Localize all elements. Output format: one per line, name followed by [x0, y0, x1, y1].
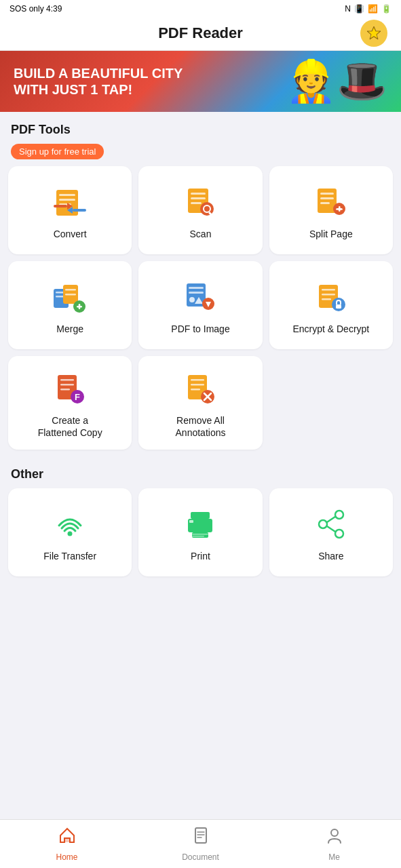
pdf-tools-title: PDF Tools — [0, 112, 401, 144]
svg-text:F: F — [75, 392, 80, 402]
merge-icon — [51, 278, 89, 316]
convert-label: Convert — [54, 228, 87, 240]
svg-rect-43 — [322, 294, 335, 296]
trial-badge[interactable]: Sign up for free trial — [11, 144, 104, 159]
print-icon — [181, 505, 219, 543]
svg-rect-19 — [320, 197, 334, 199]
share-label: Share — [318, 550, 343, 562]
pdf-to-image-tool[interactable]: PDF to Image — [138, 261, 262, 349]
svg-rect-4 — [59, 199, 75, 201]
pdf-to-image-label: PDF to Image — [171, 323, 229, 335]
svg-rect-11 — [191, 193, 206, 195]
svg-rect-63 — [192, 532, 208, 538]
svg-rect-66 — [192, 536, 204, 537]
encrypt-decrypt-label: Encrypt & Decrypt — [292, 323, 369, 335]
scroll-content: BUILD A BEAUTIFUL CITY WITH JUST 1 TAP! … — [0, 51, 401, 868]
svg-point-37 — [189, 297, 195, 302]
nav-home[interactable]: Home — [0, 826, 134, 862]
file-transfer-label: File Transfer — [43, 550, 96, 562]
svg-rect-48 — [60, 379, 74, 381]
nav-document[interactable]: Document — [134, 826, 267, 862]
remove-annotations-tool[interactable]: Remove AllAnnotations — [138, 356, 262, 450]
svg-rect-35 — [189, 287, 204, 289]
svg-rect-33 — [79, 304, 81, 309]
scan-label: Scan — [190, 228, 212, 240]
file-transfer-tool[interactable]: File Transfer — [8, 488, 132, 576]
svg-rect-3 — [59, 194, 75, 196]
me-icon — [325, 826, 344, 850]
svg-point-69 — [335, 530, 343, 538]
svg-rect-44 — [322, 298, 331, 300]
status-vibrate-icon: 📳 — [354, 4, 364, 14]
encrypt-decrypt-tool[interactable]: Encrypt & Decrypt — [269, 261, 393, 349]
nav-document-label: Document — [182, 852, 219, 862]
print-label: Print — [191, 550, 210, 562]
remove-annotations-label: Remove AllAnnotations — [176, 414, 226, 439]
svg-rect-18 — [320, 193, 334, 195]
svg-rect-42 — [322, 289, 335, 291]
pdf-to-image-icon — [181, 278, 219, 316]
other-title: Other — [0, 456, 401, 488]
flatten-tool[interactable]: F Create aFlattened Copy — [8, 356, 132, 450]
svg-rect-8 — [73, 209, 86, 212]
merge-tool[interactable]: Merge — [8, 261, 132, 349]
svg-rect-20 — [320, 202, 330, 204]
other-section: Other File Transfer — [0, 456, 401, 576]
print-tool[interactable]: Print — [138, 488, 262, 576]
status-sos: SOS only 4:39 — [9, 4, 62, 14]
nav-home-label: Home — [56, 852, 77, 862]
svg-rect-73 — [195, 828, 206, 843]
scan-tool[interactable]: Scan — [138, 166, 262, 254]
svg-point-67 — [335, 511, 343, 519]
svg-rect-50 — [60, 389, 70, 391]
file-transfer-icon — [51, 505, 89, 543]
premium-icon[interactable] — [360, 20, 387, 47]
merge-label: Merge — [56, 323, 83, 335]
status-nfc-icon: N — [345, 4, 351, 14]
share-tool[interactable]: Share — [269, 488, 393, 576]
share-icon — [312, 505, 350, 543]
svg-line-70 — [327, 517, 335, 522]
home-icon — [58, 826, 77, 850]
svg-rect-61 — [191, 512, 210, 519]
svg-rect-72 — [64, 838, 70, 842]
split-page-label: Split Page — [309, 228, 353, 240]
app-header: PDF Reader — [0, 18, 401, 51]
document-icon — [191, 826, 210, 850]
split-page-tool[interactable]: Split Page — [269, 166, 393, 254]
pdf-tools-grid: Convert Scan — [0, 166, 401, 450]
svg-rect-30 — [65, 294, 76, 296]
svg-rect-29 — [65, 289, 76, 291]
status-wifi-icon: 📶 — [368, 4, 378, 14]
svg-rect-36 — [189, 292, 204, 294]
status-battery-icon: 🔋 — [381, 4, 392, 14]
split-icon — [312, 183, 350, 221]
encrypt-icon — [312, 278, 350, 316]
remove-annotations-icon — [181, 370, 219, 408]
app-title: PDF Reader — [158, 24, 243, 42]
nav-me[interactable]: Me — [267, 826, 401, 862]
flatten-icon: F — [51, 370, 89, 408]
bottom-nav: Home Document Me — [0, 819, 401, 868]
svg-point-60 — [68, 532, 73, 536]
status-bar: SOS only 4:39 N 📳 📶 🔋 — [0, 0, 401, 18]
svg-rect-49 — [60, 384, 74, 386]
svg-line-71 — [327, 526, 335, 532]
svg-rect-12 — [191, 197, 206, 199]
status-left: SOS only 4:39 — [9, 4, 62, 14]
ad-banner[interactable]: BUILD A BEAUTIFUL CITY WITH JUST 1 TAP! … — [0, 51, 401, 112]
banner-text: BUILD A BEAUTIFUL CITY WITH JUST 1 TAP! — [14, 65, 219, 98]
svg-rect-55 — [191, 384, 204, 386]
svg-rect-65 — [192, 534, 208, 535]
status-right: N 📳 📶 🔋 — [345, 4, 392, 14]
svg-point-77 — [331, 829, 338, 836]
svg-rect-56 — [191, 389, 200, 391]
convert-icon — [51, 183, 89, 221]
flatten-label: Create aFlattened Copy — [38, 414, 102, 439]
nav-me-label: Me — [328, 852, 340, 862]
pdf-tools-section: PDF Tools Sign up for free trial — [0, 112, 401, 450]
convert-tool[interactable]: Convert — [8, 166, 132, 254]
svg-rect-64 — [189, 520, 193, 523]
svg-rect-54 — [191, 379, 204, 381]
svg-point-68 — [319, 520, 327, 528]
